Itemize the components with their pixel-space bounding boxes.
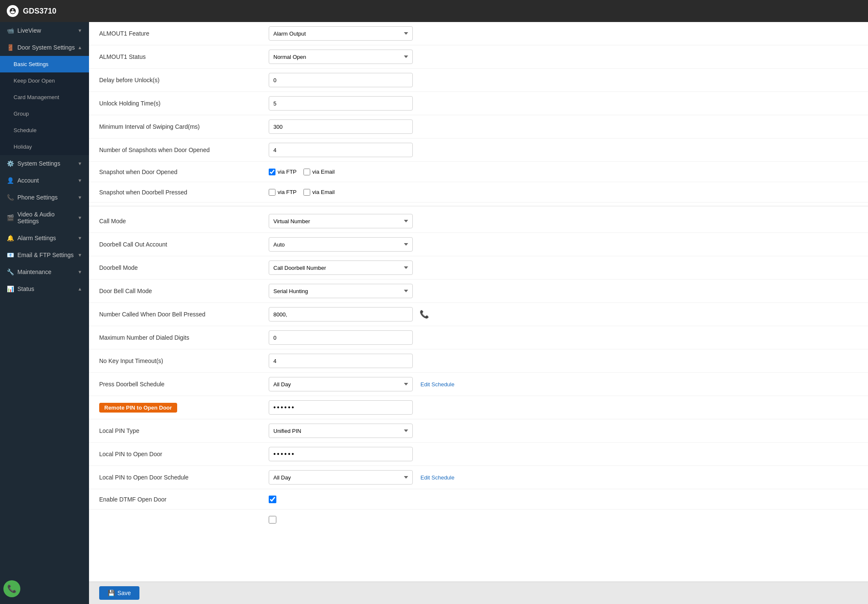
value-no-key-timeout xyxy=(269,354,858,368)
chevron-up-icon: ▲ xyxy=(78,45,82,50)
row-almout1-status: ALMOUT1 Status Normal Open Normal Close xyxy=(89,45,868,69)
sidebar-item-keep-door-open[interactable]: Keep Door Open xyxy=(0,72,89,89)
label-snapshot-doorbell-pressed: Snapshot when Doorbell Pressed xyxy=(99,189,269,196)
app-logo xyxy=(7,5,19,17)
row-enable-dtmf: Enable DTMF Open Door xyxy=(89,489,868,510)
chevron-down-icon6: ▼ xyxy=(78,252,82,258)
select-local-pin-type[interactable]: Unified PIN Individual PIN xyxy=(269,424,413,438)
value-snapshot-door-opened: via FTP via Email xyxy=(269,169,858,175)
chevron-down-icon3: ▼ xyxy=(78,195,82,200)
row-doorbell-callout-account: Doorbell Call Out Account Auto Account 1… xyxy=(89,233,868,256)
sidebar-item-holiday[interactable]: Holiday xyxy=(0,139,89,155)
value-local-pin-schedule: All Day Custom Edit Schedule xyxy=(269,470,858,485)
value-door-bell-call-mode: Serial Hunting Parallel Hunting xyxy=(269,284,858,298)
save-button[interactable]: 💾 Save xyxy=(99,586,139,600)
input-min-interval-swipe[interactable] xyxy=(269,119,413,134)
sidebar-item-door-system-settings[interactable]: 🚪 Door System Settings ▲ xyxy=(0,39,89,56)
input-remote-pin[interactable] xyxy=(269,400,413,415)
row-max-dialed-digits: Maximum Number of Dialed Digits xyxy=(89,326,868,349)
checkbox-via-email-door[interactable] xyxy=(303,169,310,175)
checkbox-enable-dtmf[interactable] xyxy=(269,496,276,503)
door-system-submenu: Basic Settings Keep Door Open Card Manag… xyxy=(0,56,89,155)
sidebar-label-holiday: Holiday xyxy=(14,144,82,150)
edit-schedule-link-local-pin[interactable]: Edit Schedule xyxy=(420,474,454,481)
label-max-dialed-digits: Maximum Number of Dialed Digits xyxy=(99,334,269,341)
main-layout: 📹 LiveView ▼ 🚪 Door System Settings ▲ Ba… xyxy=(0,22,868,604)
chevron-down-icon4: ▼ xyxy=(78,215,82,220)
select-door-bell-call-mode[interactable]: Serial Hunting Parallel Hunting xyxy=(269,284,413,298)
liveview-icon: 📹 xyxy=(7,27,14,34)
sidebar-item-card-management[interactable]: Card Management xyxy=(0,89,89,105)
input-num-snapshots[interactable] xyxy=(269,143,413,157)
sidebar-item-basic-settings[interactable]: Basic Settings xyxy=(0,56,89,72)
input-no-key-timeout[interactable] xyxy=(269,354,413,368)
row-remote-pin: Remote PIN to Open Door xyxy=(89,396,868,419)
alarm-icon: 🔔 xyxy=(7,235,14,241)
value-unlock-holding-time xyxy=(269,96,858,111)
bottom-phone-button[interactable]: 📞 xyxy=(3,580,20,597)
sidebar-item-schedule[interactable]: Schedule xyxy=(0,122,89,139)
phone-dial-button[interactable]: 📞 xyxy=(417,309,431,320)
sidebar-label-account: Account xyxy=(17,177,78,184)
label-min-interval-swipe: Minimum Interval of Swiping Card(ms) xyxy=(99,123,269,130)
row-num-snapshots: Number of Snapshots when Door Opened xyxy=(89,139,868,162)
row-unlock-holding-time: Unlock Holding Time(s) xyxy=(89,92,868,115)
input-local-pin-open-door[interactable] xyxy=(269,447,413,461)
row-snapshot-door-opened: Snapshot when Door Opened via FTP via Em… xyxy=(89,162,868,182)
sidebar-item-system-settings[interactable]: ⚙️ System Settings ▼ xyxy=(0,155,89,172)
edit-schedule-link-doorbell[interactable]: Edit Schedule xyxy=(420,381,454,388)
row-call-mode: Call Mode Virtual Number Extension Numbe… xyxy=(89,210,868,233)
label-doorbell-mode: Doorbell Mode xyxy=(99,264,269,271)
highlighted-remote-pin-label: Remote PIN to Open Door xyxy=(99,403,177,413)
select-doorbell-mode[interactable]: Call Doorbell Number Call Extension xyxy=(269,260,413,275)
input-number-called-doorbell[interactable] xyxy=(269,307,413,321)
row-no-key-timeout: No Key Input Timeout(s) xyxy=(89,349,868,373)
value-remote-pin xyxy=(269,400,858,415)
select-press-doorbell-schedule[interactable]: All Day Custom xyxy=(269,377,413,391)
checkbox-item-via-email-doorbell[interactable]: via Email xyxy=(303,189,335,196)
checkbox-item-via-ftp-door[interactable]: via FTP xyxy=(269,169,297,175)
select-almout1-feature[interactable]: Alarm Output Door Lock Disabled xyxy=(269,26,413,41)
sidebar-item-email-ftp[interactable]: 📧 Email & FTP Settings ▼ xyxy=(0,247,89,263)
sidebar-item-liveview[interactable]: 📹 LiveView ▼ xyxy=(0,22,89,39)
checkbox-extra[interactable] xyxy=(269,516,276,524)
topbar: GDS3710 xyxy=(0,0,868,22)
sidebar-label-liveview: LiveView xyxy=(17,27,78,34)
label-enable-dtmf: Enable DTMF Open Door xyxy=(99,496,269,503)
input-unlock-holding-time[interactable] xyxy=(269,96,413,111)
value-doorbell-callout-account: Auto Account 1 Account 2 xyxy=(269,237,858,252)
row-local-pin-type: Local PIN Type Unified PIN Individual PI… xyxy=(89,419,868,443)
input-delay-unlock[interactable] xyxy=(269,73,413,87)
label-local-pin-schedule: Local PIN to Open Door Schedule xyxy=(99,474,269,481)
sidebar-label-door-system: Door System Settings xyxy=(17,44,78,51)
row-number-called-doorbell: Number Called When Door Bell Pressed 📞 xyxy=(89,303,868,326)
select-almout1-status[interactable]: Normal Open Normal Close xyxy=(269,50,413,64)
sidebar-item-account[interactable]: 👤 Account ▼ xyxy=(0,172,89,189)
label-local-pin-type: Local PIN Type xyxy=(99,427,269,434)
system-settings-icon: ⚙️ xyxy=(7,160,14,167)
settings-content: ALMOUT1 Feature Alarm Output Door Lock D… xyxy=(89,22,868,582)
row-press-doorbell-schedule: Press Doorbell Schedule All Day Custom E… xyxy=(89,373,868,396)
sidebar-item-maintenance[interactable]: 🔧 Maintenance ▼ xyxy=(0,263,89,280)
label-no-key-timeout: No Key Input Timeout(s) xyxy=(99,357,269,364)
checkbox-item-via-email-door[interactable]: via Email xyxy=(303,169,335,175)
input-max-dialed-digits[interactable] xyxy=(269,330,413,345)
value-local-pin-type: Unified PIN Individual PIN xyxy=(269,424,858,438)
select-doorbell-callout-account[interactable]: Auto Account 1 Account 2 xyxy=(269,237,413,252)
value-enable-dtmf xyxy=(269,496,858,503)
checkbox-via-ftp-door[interactable] xyxy=(269,169,275,175)
sidebar-item-phone-settings[interactable]: 📞 Phone Settings ▼ xyxy=(0,189,89,206)
value-delay-unlock xyxy=(269,73,858,87)
checkbox-item-via-ftp-doorbell[interactable]: via FTP xyxy=(269,189,297,196)
label-almout1-feature: ALMOUT1 Feature xyxy=(99,30,269,37)
label-via-ftp-door: via FTP xyxy=(278,169,297,175)
sidebar-item-alarm-settings[interactable]: 🔔 Alarm Settings ▼ xyxy=(0,230,89,247)
sidebar-item-video-audio[interactable]: 🎬 Video & Audio Settings ▼ xyxy=(0,206,89,230)
select-call-mode[interactable]: Virtual Number Extension Number IP Call xyxy=(269,214,413,228)
checkbox-via-email-doorbell[interactable] xyxy=(303,189,310,196)
sidebar-item-group[interactable]: Group xyxy=(0,105,89,122)
select-local-pin-schedule[interactable]: All Day Custom xyxy=(269,470,413,485)
sidebar-item-status[interactable]: 📊 Status ▲ xyxy=(0,280,89,297)
save-bar: 💾 Save xyxy=(89,582,868,604)
checkbox-via-ftp-doorbell[interactable] xyxy=(269,189,275,196)
